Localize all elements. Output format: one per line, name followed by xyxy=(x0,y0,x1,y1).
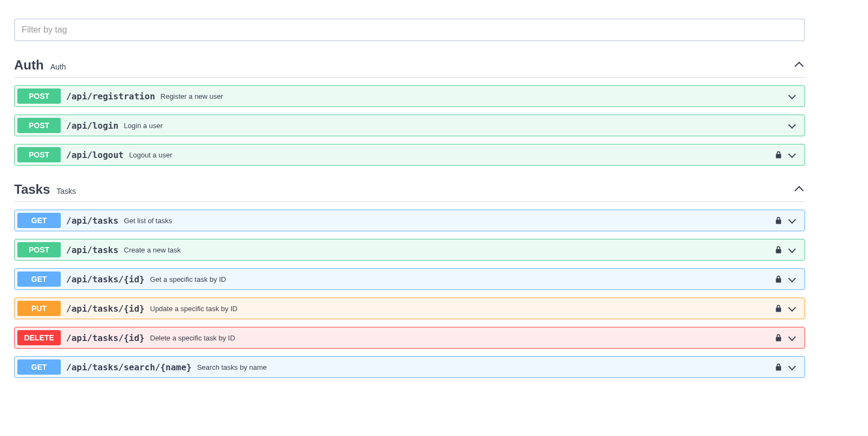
section-auth: Auth Auth POST /api/registration Registe… xyxy=(14,58,805,166)
operation-description: Login a user xyxy=(124,122,163,130)
section-title: Auth xyxy=(14,58,44,73)
lock-icon[interactable] xyxy=(774,216,783,225)
method-badge: POST xyxy=(17,147,61,162)
method-badge: DELETE xyxy=(17,330,61,345)
operation-path: /api/tasks xyxy=(66,216,118,226)
operation-path: /api/tasks xyxy=(66,245,118,255)
section-description: Tasks xyxy=(56,187,76,195)
lock-icon[interactable] xyxy=(774,333,783,342)
method-badge: GET xyxy=(17,213,61,228)
operation-description: Update a specific task by ID xyxy=(150,305,238,313)
operation-description: Create a new task xyxy=(124,246,181,254)
operation-path: /api/tasks/{id} xyxy=(66,304,145,314)
chevron-down-icon[interactable] xyxy=(788,216,797,225)
operation-row[interactable]: POST /api/tasks Create a new task xyxy=(14,239,805,261)
operation-row[interactable]: GET /api/tasks/{id} Get a specific task … xyxy=(14,268,805,290)
operation-row[interactable]: DELETE /api/tasks/{id} Delete a specific… xyxy=(14,327,805,349)
method-badge: POST xyxy=(17,242,61,257)
operation-description: Logout a user xyxy=(129,151,173,159)
chevron-down-icon[interactable] xyxy=(788,363,797,371)
lock-icon[interactable] xyxy=(774,150,783,159)
operation-row[interactable]: POST /api/registration Register a new us… xyxy=(14,85,805,107)
operation-row[interactable]: GET /api/tasks/search/{name} Search task… xyxy=(14,356,805,378)
section-title: Tasks xyxy=(14,182,50,197)
operation-description: Delete a specific task by ID xyxy=(150,334,235,342)
chevron-up-icon[interactable] xyxy=(794,60,805,71)
section-description: Auth xyxy=(50,62,66,71)
chevron-down-icon[interactable] xyxy=(788,275,797,283)
method-badge: POST xyxy=(17,89,61,104)
chevron-down-icon[interactable] xyxy=(788,150,797,159)
section-tasks: Tasks Tasks GET /api/tasks Get list of t… xyxy=(14,182,805,378)
chevron-down-icon[interactable] xyxy=(788,304,797,313)
lock-icon[interactable] xyxy=(774,363,783,371)
operation-path: /api/logout xyxy=(66,150,124,160)
section-header-auth[interactable]: Auth Auth xyxy=(14,58,805,78)
operation-row[interactable]: GET /api/tasks Get list of tasks xyxy=(14,210,805,231)
method-badge: GET xyxy=(17,271,61,287)
operation-path: /api/tasks/search/{name} xyxy=(66,362,192,372)
section-header-tasks[interactable]: Tasks Tasks xyxy=(14,182,805,202)
operation-path: /api/tasks/{id} xyxy=(66,274,145,285)
method-badge: POST xyxy=(17,118,61,133)
operation-row[interactable]: PUT /api/tasks/{id} Update a specific ta… xyxy=(14,298,805,319)
lock-icon[interactable] xyxy=(774,304,783,313)
lock-icon[interactable] xyxy=(774,245,783,254)
operation-path: /api/tasks/{id} xyxy=(66,333,145,343)
operation-description: Get list of tasks xyxy=(124,217,172,225)
operation-path: /api/registration xyxy=(66,91,155,102)
operation-description: Search tasks by name xyxy=(197,363,267,371)
chevron-up-icon[interactable] xyxy=(794,184,805,195)
operation-path: /api/login xyxy=(66,121,118,131)
chevron-down-icon[interactable] xyxy=(788,245,797,254)
method-badge: PUT xyxy=(17,301,61,316)
chevron-down-icon[interactable] xyxy=(788,333,797,342)
filter-by-tag-input[interactable] xyxy=(14,18,805,41)
operation-row[interactable]: POST /api/login Login a user xyxy=(14,115,805,136)
method-badge: GET xyxy=(17,359,61,375)
lock-icon[interactable] xyxy=(774,275,783,283)
operation-row[interactable]: POST /api/logout Logout a user xyxy=(14,144,805,166)
operation-description: Register a new user xyxy=(161,92,224,100)
operation-description: Get a specific task by ID xyxy=(150,275,226,283)
chevron-down-icon[interactable] xyxy=(788,121,797,130)
chevron-down-icon[interactable] xyxy=(788,92,797,100)
